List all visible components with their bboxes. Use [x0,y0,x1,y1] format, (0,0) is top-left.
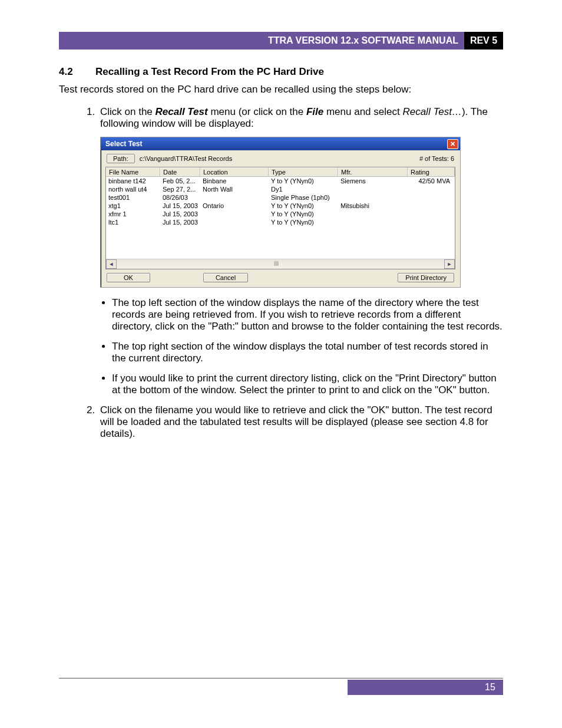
path-button[interactable]: Path: [107,154,135,163]
ok-button[interactable]: OK [107,273,150,282]
horizontal-scrollbar[interactable]: ◄ ► [106,259,455,269]
col-date[interactable]: Date [160,167,200,176]
bullet-3: If you would like to print the current d… [112,373,503,396]
section-number: 4.2 [59,66,95,78]
dialog-title: Select Test [105,140,142,148]
step-1: Click on the Recall Test menu (or click … [98,106,503,396]
col-rating[interactable]: Rating [408,167,455,176]
table-row[interactable]: xtg1Jul 15, 2003OntarioY to Y (YNyn0)Mit… [106,202,455,210]
close-icon[interactable]: ✕ [447,139,458,149]
scroll-left-icon[interactable]: ◄ [106,259,117,269]
bullet-2: The top right section of the window disp… [112,341,503,364]
page-header: TTRA VERSION 12.x SOFTWARE MANUAL REV 5 [59,32,503,50]
table-header: File Name Date Location Type Mfr. Rating [106,167,455,177]
col-type[interactable]: Type [269,167,338,176]
section-title-text: Recalling a Test Record From the PC Hard… [95,66,324,78]
cancel-button[interactable]: Cancel [203,273,248,282]
col-location[interactable]: Location [200,167,269,176]
file-table[interactable]: File Name Date Location Type Mfr. Rating… [105,167,455,269]
select-test-dialog: Select Test ✕ Path: c:\Vanguard\TTRA\Tes… [100,137,461,288]
header-rev: REV 5 [464,32,503,50]
col-filename[interactable]: File Name [106,167,160,176]
table-row[interactable]: test00108/26/03Single Phase (1ph0) [106,193,455,202]
table-row[interactable]: xfmr 1Jul 15, 2003Y to Y (YNyn0) [106,210,455,218]
col-mfr[interactable]: Mfr. [338,167,408,176]
table-row[interactable]: ltc1Jul 15, 2003Y to Y (YNyn0) [106,218,455,226]
section-heading: 4.2 Recalling a Test Record From the PC … [59,66,503,78]
print-directory-button[interactable]: Print Directory [398,273,454,282]
header-title: TTRA VERSION 12.x SOFTWARE MANUAL [59,32,464,50]
step-2: Click on the filename you would like to … [98,404,503,440]
table-row[interactable]: binbane t142Feb 05, 2...BinbaneY to Y (Y… [106,177,455,185]
table-body: binbane t142Feb 05, 2...BinbaneY to Y (Y… [106,177,455,226]
bullet-1: The top left section of the window displ… [112,297,503,332]
intro-text: Test records stored on the PC hard drive… [59,84,503,95]
tests-count: # of Tests: 6 [419,155,454,162]
path-value: c:\Vanguard\TTRA\Test Records [140,155,233,162]
page-footer: 15 [59,678,503,695]
table-row[interactable]: north wall ut4Sep 27, 2...North WallDy1 [106,185,455,193]
page-number: 15 [477,680,503,695]
scroll-right-icon[interactable]: ► [444,259,455,269]
dialog-titlebar: Select Test ✕ [101,137,460,150]
